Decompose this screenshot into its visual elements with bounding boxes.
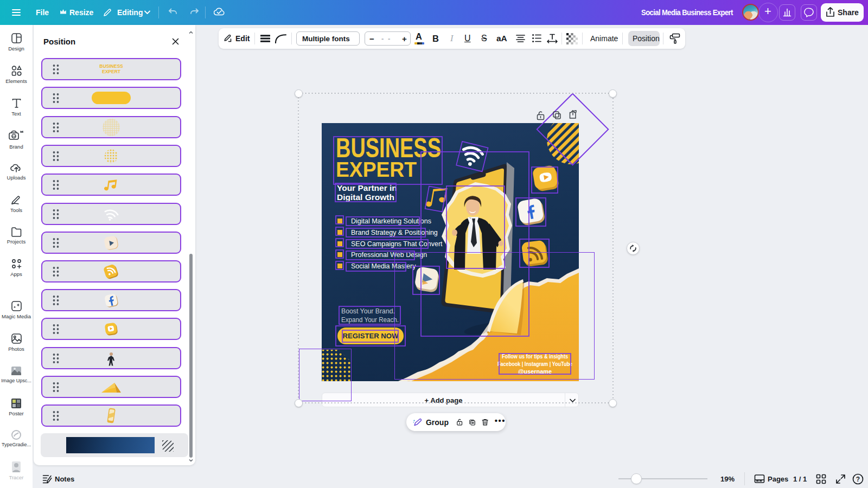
svg-text:co: co	[12, 134, 16, 138]
svg-text:?: ?	[856, 476, 860, 483]
